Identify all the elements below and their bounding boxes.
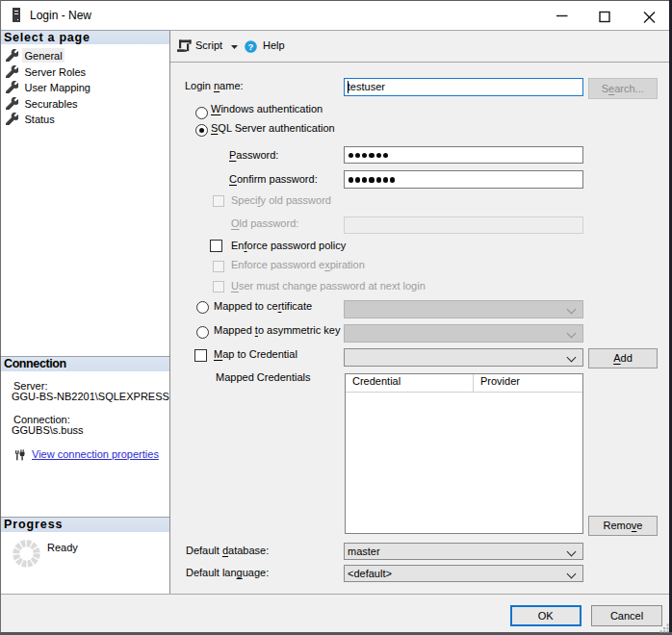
svg-text:?: ? (247, 41, 253, 52)
